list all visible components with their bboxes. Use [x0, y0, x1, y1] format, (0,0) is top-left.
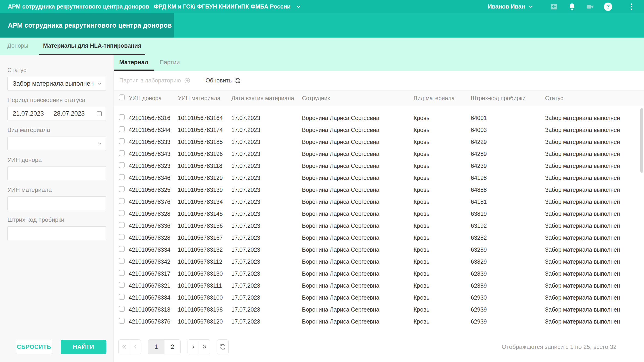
donor-uin-input[interactable]	[8, 167, 106, 180]
first-page-button[interactable]	[118, 340, 130, 354]
table-row[interactable]: 42101056783161010105678316417.07.2023Вор…	[114, 112, 644, 124]
row-checkbox[interactable]	[119, 318, 125, 324]
vertical-scrollbar-thumb[interactable]	[640, 108, 643, 173]
material-type-select[interactable]	[8, 137, 106, 150]
material-tab-bar: Материал Партии	[114, 55, 644, 71]
top-system-bar: АРМ сотрудника рекрутингового центра дон…	[0, 0, 644, 13]
video-call-icon[interactable]	[586, 2, 595, 11]
row-checkbox[interactable]	[119, 234, 125, 240]
user-menu[interactable]: Иванов Иван	[488, 3, 534, 10]
tab-hla-materials[interactable]: Материалы для HLA-типирования	[39, 37, 146, 55]
cell-date_taken: 17.07.2023	[231, 258, 302, 265]
tab-batches[interactable]: Партии	[154, 55, 185, 71]
cell-material_type: Кровь	[414, 186, 471, 193]
help-icon[interactable]: ?	[604, 2, 613, 11]
find-button[interactable]: НАЙТИ	[61, 340, 106, 354]
notifications-bell-icon[interactable]	[568, 2, 577, 11]
cell-status: Забор материала выполнен	[545, 175, 644, 181]
row-checkbox[interactable]	[119, 222, 125, 228]
row-checkbox[interactable]	[119, 258, 125, 264]
cell-donor_uin: 4210105678323	[129, 163, 178, 169]
table-row[interactable]: 42101056783421010105678311217.07.2023Вор…	[114, 256, 644, 268]
cell-tube_barcode: 64289	[471, 151, 545, 157]
cell-tube_barcode: 64001	[471, 115, 545, 121]
table-row[interactable]: 42101056783461010105678312917.07.2023Вор…	[114, 172, 644, 184]
table-row[interactable]: 42101056783431010105678319617.07.2023Вор…	[114, 148, 644, 160]
cell-material_type: Кровь	[414, 246, 471, 253]
table-row[interactable]: 42101056783281010105678316717.07.2023Вор…	[114, 232, 644, 244]
reset-button[interactable]: СБРОСИТЬ	[16, 340, 52, 354]
more-menu-icon[interactable]	[627, 2, 636, 11]
cell-material_type: Кровь	[414, 151, 471, 157]
next-page-button[interactable]	[188, 340, 199, 354]
table-row[interactable]: 42101056783251010105678313917.07.2023Вор…	[114, 184, 644, 196]
table-row[interactable]: 42101056783341010105678310017.07.2023Вор…	[114, 292, 644, 304]
row-checkbox[interactable]	[119, 294, 125, 300]
cell-material_type: Кровь	[414, 139, 471, 145]
row-checkbox[interactable]	[119, 150, 125, 156]
tab-batches-label: Партии	[160, 59, 180, 66]
table-row[interactable]: 42101056783441010105678317417.07.2023Вор…	[114, 124, 644, 136]
exit-icon[interactable]	[550, 2, 559, 11]
row-checkbox[interactable]	[119, 306, 125, 312]
row-checkbox[interactable]	[119, 270, 125, 276]
status-filter-label: Статус	[8, 67, 106, 74]
row-checkbox[interactable]	[119, 282, 125, 288]
table-row[interactable]: 42101056783131010105678319817.07.2023Вор…	[114, 304, 644, 316]
calendar-icon[interactable]	[96, 110, 102, 117]
cell-tube_barcode: 62930	[471, 294, 545, 301]
pagination-bar: 1 2	[114, 332, 644, 362]
row-checkbox[interactable]	[119, 186, 125, 192]
table-row[interactable]: 42101056783331010105678318517.07.2023Вор…	[114, 136, 644, 148]
table-row[interactable]: 42101056783211010105678311117.07.2023Вор…	[114, 280, 644, 292]
cell-donor_uin: 4210105678346	[129, 175, 178, 181]
cell-tube_barcode: 63282	[471, 234, 545, 241]
tab-hla-materials-label: Материалы для HLA-типирования	[43, 42, 142, 49]
period-filter-label: Период присвоения статуса	[8, 96, 106, 104]
cell-donor_uin: 4210105678316	[129, 115, 178, 121]
org-chevron-down-icon[interactable]	[294, 2, 303, 11]
refresh-button[interactable]: Обновить	[206, 77, 241, 84]
table-row[interactable]: 42101056783761010105678312017.07.2023Вор…	[114, 316, 644, 328]
table-row[interactable]: 42101056783171010105678313017.07.2023Вор…	[114, 268, 644, 280]
tab-donors[interactable]: Доноры	[3, 37, 32, 55]
page-button-2[interactable]: 2	[164, 340, 180, 354]
row-checkbox[interactable]	[119, 210, 125, 216]
row-checkbox[interactable]	[119, 174, 125, 180]
tab-donors-label: Доноры	[8, 42, 28, 49]
last-page-button[interactable]	[199, 340, 210, 354]
batch-to-lab-button[interactable]: Партия в лабораторию	[119, 77, 191, 84]
table-row[interactable]: 42101056783231010105678311817.07.2023Вор…	[114, 160, 644, 172]
cell-date_taken: 17.07.2023	[231, 270, 302, 277]
cell-employee: Воронина Лариса Сергеевна	[302, 258, 414, 265]
period-date-range-input[interactable]: 21.07.2023 — 28.07.2023	[8, 107, 106, 120]
row-checkbox[interactable]	[119, 162, 125, 168]
column-header-donor_uin: УИН донора	[129, 95, 178, 102]
page-number: 2	[171, 343, 174, 351]
status-select[interactable]: Забор материала выполнен	[8, 77, 106, 90]
cell-donor_uin: 4210105678336	[129, 222, 178, 229]
cell-employee: Воронина Лариса Сергеевна	[302, 186, 414, 193]
topbar-org-title: ФРД КМ и ГСК/ ФГБУН КНИИГиПК ФМБА России	[154, 3, 291, 10]
page-button-1[interactable]: 1	[148, 340, 164, 354]
table-row[interactable]: 42101056783761010105678313417.07.2023Вор…	[114, 196, 644, 208]
cell-material_uin: 10101056783145	[178, 210, 231, 217]
row-checkbox[interactable]	[119, 246, 125, 252]
cell-material_type: Кровь	[414, 115, 471, 121]
reload-table-button[interactable]	[217, 340, 228, 354]
table-row[interactable]: 42101056783341010105678313217.07.2023Вор…	[114, 244, 644, 256]
table-row[interactable]: 42101056783281010105678314517.07.2023Вор…	[114, 208, 644, 220]
row-checkbox[interactable]	[119, 126, 125, 132]
cell-donor_uin: 4210105678313	[129, 306, 178, 313]
cell-date_taken: 17.07.2023	[231, 246, 302, 253]
prev-page-button[interactable]	[130, 340, 141, 354]
material-uin-input[interactable]	[8, 196, 106, 210]
table-row[interactable]: 42101056783361010105678315617.07.2023Вор…	[114, 220, 644, 232]
tube-barcode-input[interactable]	[8, 226, 106, 240]
cell-donor_uin: 4210105678376	[129, 198, 178, 205]
select-all-checkbox[interactable]	[119, 94, 125, 100]
tab-material[interactable]: Материал	[114, 55, 154, 71]
row-checkbox[interactable]	[119, 114, 125, 120]
row-checkbox[interactable]	[119, 198, 125, 204]
row-checkbox[interactable]	[119, 138, 125, 144]
